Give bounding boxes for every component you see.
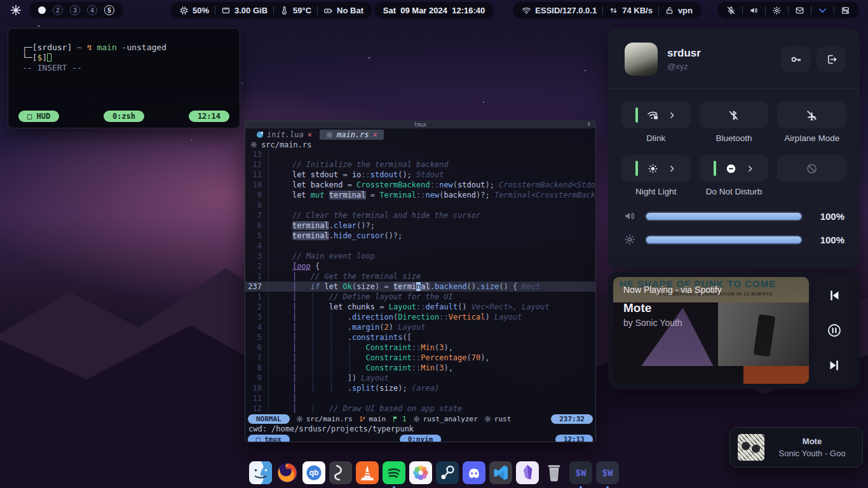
workspace-5[interactable]: 5	[104, 5, 114, 15]
code-line[interactable]: 6 terminal.clear()?;	[245, 220, 595, 231]
line-number: 4	[245, 241, 268, 251]
code-line[interactable]: 8 │ │ │ │ Constraint::Min(3),	[245, 363, 595, 373]
active-indicator	[635, 161, 638, 176]
workspace-4[interactable]: 4	[87, 5, 97, 15]
chevron-right-icon[interactable]	[746, 165, 754, 173]
volume-slider-row: 100%	[623, 210, 844, 222]
dock-spotify[interactable]	[383, 461, 405, 484]
dock-vlc[interactable]	[356, 461, 379, 484]
divider	[788, 6, 789, 15]
toggle-dlink[interactable]	[621, 102, 691, 128]
code-line[interactable]: 7 // Clear the terminal and hide the cur…	[245, 210, 595, 220]
brightness-slider[interactable]	[645, 235, 803, 245]
mic-muted-icon[interactable]	[726, 6, 736, 15]
close-icon[interactable]: x	[587, 121, 590, 127]
media-controls	[814, 277, 855, 384]
code-line[interactable]: 11 │	[245, 393, 595, 403]
code-line[interactable]: 5 terminal.hide_cursor()?;	[245, 231, 595, 241]
toggle-night-light[interactable]	[621, 155, 691, 182]
chevron-down-icon[interactable]	[818, 6, 827, 15]
dock-discord[interactable]	[463, 461, 485, 484]
pause-button[interactable]	[825, 321, 844, 340]
memory-stat: 3.00 GiB	[221, 6, 268, 15]
network-widget[interactable]: ESSID/127.0.0.1 74 KB/s vpn	[513, 2, 702, 18]
workspace-2[interactable]: 2	[53, 5, 63, 15]
chevron-right-icon[interactable]	[668, 165, 676, 173]
lock-keys-button[interactable]	[781, 46, 810, 72]
screen-toggles-icon[interactable]	[841, 6, 850, 15]
workspace-1[interactable]	[38, 6, 46, 14]
code-line[interactable]: 13	[245, 149, 595, 159]
code-line[interactable]: 237 │ if let Ok(size) = terminal.backend…	[245, 281, 595, 292]
line-number: 12	[245, 403, 268, 414]
tmux-session-pill[interactable]: □ tmux	[248, 435, 290, 442]
volume-icon[interactable]	[749, 6, 759, 15]
toggle-airplane-mode[interactable]	[777, 102, 846, 128]
workspace-switcher[interactable]: 2345	[29, 2, 123, 18]
code-line[interactable]: 10 │ │ │ .split(size); (area)	[245, 383, 595, 393]
close-icon[interactable]: ×	[373, 130, 377, 139]
next-track-button[interactable]	[825, 356, 844, 375]
terminal-output[interactable]: ┌─[srdusr] ~ ↯ main -unstaged└─[$]-- INS…	[8, 29, 240, 73]
code-line[interactable]: 9 │ │ │ ]) Layout	[245, 373, 595, 383]
dock-firefox[interactable]	[276, 461, 299, 484]
code-line[interactable]: 5 │ │ │ .constraints([	[245, 332, 595, 342]
code-line[interactable]: 7 │ │ │ │ Constraint::Percentage(70),	[245, 353, 595, 363]
code-line[interactable]: 10 let backend = CrosstermBackend::new(s…	[245, 180, 595, 190]
dock-file-manager[interactable]	[249, 461, 272, 484]
toggle-bluetooth[interactable]	[700, 102, 769, 128]
launcher-logo-icon[interactable]	[10, 4, 22, 16]
clock[interactable]: Sat 09 Mar 2024 12:16:40	[374, 2, 494, 18]
dock-dollar-w-2[interactable]: $W	[596, 461, 619, 484]
tab-init.lua[interactable]: init.lua×	[250, 130, 318, 140]
code-line[interactable]: 1 │ │ // Define layout for the UI	[245, 292, 595, 302]
code-line[interactable]: 4	[245, 241, 595, 251]
dock-label: $W	[596, 461, 619, 484]
volume-slider[interactable]	[645, 212, 803, 221]
code-line[interactable]: 12 // Initialize the terminal backend	[245, 159, 595, 170]
hud-window-pill[interactable]: 0:zsh	[104, 111, 144, 122]
code-line[interactable]: 8	[245, 200, 595, 210]
tab-main.rs[interactable]: main.rs×	[320, 130, 384, 140]
chevron-right-icon[interactable]	[668, 111, 676, 119]
dock-qbittorrent[interactable]: qb	[302, 461, 325, 484]
tmux-window-pill[interactable]: 0:nvim	[400, 435, 442, 442]
previous-track-button[interactable]	[825, 286, 844, 305]
dock-media-app[interactable]	[329, 461, 352, 484]
code-line[interactable]: 1 │ // Get the terminal size	[245, 271, 595, 281]
code-line[interactable]: 2 loop {	[245, 261, 595, 271]
toggle-do-not-disturb[interactable]	[700, 155, 769, 182]
code-line[interactable]: 12 │ │ // Draw UI based on app state	[245, 403, 595, 414]
tmux-window: tmux x init.lua×main.rs× src/main.rs 131…	[245, 121, 596, 442]
close-icon[interactable]: ×	[308, 130, 312, 139]
toggle-blocked[interactable]	[777, 155, 846, 182]
dock-dollar-w-1[interactable]: $W	[569, 461, 592, 484]
code-line[interactable]: 6 │ │ │ │ Constraint::Min(3),	[245, 342, 595, 353]
mail-icon[interactable]	[795, 6, 804, 15]
logout-button[interactable]	[817, 46, 846, 72]
code-line[interactable]: 11 let stdout = io::stdout(); Stdout	[245, 170, 595, 180]
code-line[interactable]: 2 │ │ let chunks = Layout::default() Vec…	[245, 302, 595, 312]
next-icon	[827, 358, 842, 373]
dock-photos[interactable]	[409, 461, 432, 484]
hud-statusbar: □ HUD 0:zsh 12:14	[8, 111, 240, 122]
code-line[interactable]: 3 // Main event loop	[245, 251, 595, 261]
notification-toast[interactable]: Mote Sonic Youth - Goo	[729, 427, 863, 468]
dock-steam[interactable]	[436, 461, 459, 484]
dock-trash[interactable]	[543, 461, 566, 484]
system-tray	[717, 2, 859, 18]
code-line[interactable]: 9 let mut terminal = Terminal::new(backe…	[245, 190, 595, 200]
code-editor[interactable]: 1312 // Initialize the terminal backend1…	[245, 149, 595, 414]
battery-value: No Bat	[337, 6, 363, 15]
lua-icon	[257, 132, 263, 138]
hud-session-pill[interactable]: □ HUD	[18, 111, 59, 122]
dock-obsidian[interactable]	[516, 461, 539, 484]
settings-icon[interactable]	[772, 6, 782, 15]
workspace-3[interactable]: 3	[70, 5, 80, 15]
dock-glyph: qb	[302, 461, 325, 484]
now-playing-label: Now Playing - via Spotify	[623, 285, 722, 295]
code-line[interactable]: 4 │ │ │ .margin(2) Layout	[245, 322, 595, 332]
rust-icon	[326, 132, 333, 139]
dock-vscode[interactable]	[489, 461, 512, 484]
code-line[interactable]: 3 │ │ │ .direction(Direction::Vertical) …	[245, 312, 595, 322]
